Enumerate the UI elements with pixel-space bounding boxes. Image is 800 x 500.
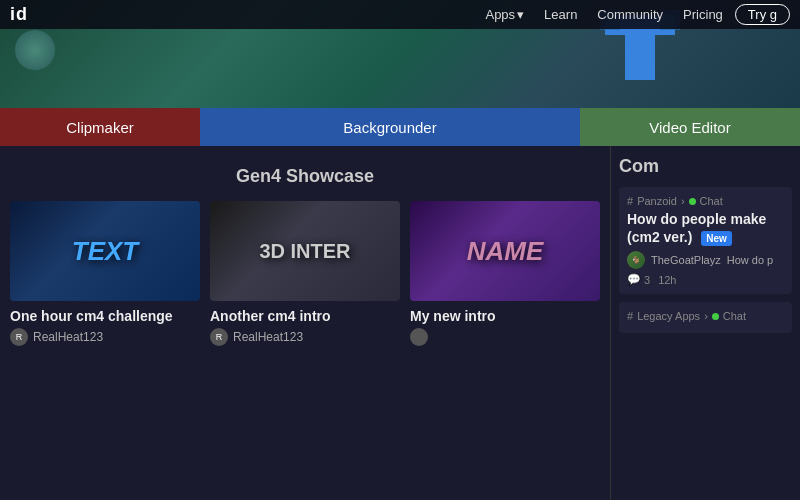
item-author-2: R RealHeat123 [210, 328, 400, 346]
item-title-3: My new intro [410, 308, 600, 324]
community-nav-item[interactable]: Community [589, 4, 671, 25]
tab-videoeditor[interactable]: Video Editor [580, 108, 800, 146]
apps-nav-item[interactable]: Apps ▾ [477, 4, 532, 25]
showcase-thumb-1: TEXT [10, 201, 200, 301]
online-dot-2 [712, 313, 719, 320]
showcase-item[interactable]: 3D INTER Another cm4 intro R RealHeat123 [210, 201, 400, 346]
comm-card-meta-1: 🐐 TheGoatPlayz How do p [627, 251, 784, 269]
showcase-title: Gen4 Showcase [10, 166, 600, 187]
hero-circle-decoration [15, 30, 55, 70]
author-avatar-2: R [210, 328, 228, 346]
author-avatar-3 [410, 328, 428, 346]
main-content: Gen4 Showcase TEXT One hour cm4 challeng… [0, 146, 800, 500]
showcase-item[interactable]: TEXT One hour cm4 challenge R RealHeat12… [10, 201, 200, 346]
nav: Apps ▾ Learn Community Pricing Try g [477, 4, 790, 25]
item-title-2: Another cm4 intro [210, 308, 400, 324]
try-button[interactable]: Try g [735, 4, 790, 25]
comm-card-title-1: How do people make (cm2 ver.) New [627, 210, 784, 246]
showcase-grid: TEXT One hour cm4 challenge R RealHeat12… [10, 201, 600, 346]
new-badge: New [701, 231, 732, 246]
community-card-2[interactable]: # Legacy Apps › Chat [619, 302, 792, 333]
logo: id [10, 4, 28, 25]
thumb-text-2: 3D INTER [210, 201, 400, 301]
showcase-item[interactable]: NAME My new intro [410, 201, 600, 346]
community-section: Com # Panzoid › Chat How do people make … [610, 146, 800, 500]
thumb-text-1: TEXT [10, 201, 200, 301]
tab-backgrounder[interactable]: Backgrounder [200, 108, 580, 146]
learn-nav-item[interactable]: Learn [536, 4, 585, 25]
thumb-text-3: NAME [410, 201, 600, 301]
comm-tag-1: # Panzoid › Chat [627, 195, 784, 207]
comment-count: 💬 3 [627, 273, 650, 286]
showcase-section: Gen4 Showcase TEXT One hour cm4 challeng… [0, 146, 610, 500]
hash-icon: # [627, 195, 633, 207]
online-dot [689, 198, 696, 205]
tab-clipmaker[interactable]: Clipmaker [0, 108, 200, 146]
community-title: Com [619, 156, 792, 177]
comm-tag-2: # Legacy Apps › Chat [627, 310, 784, 322]
header: id Apps ▾ Learn Community Pricing Try g [0, 0, 800, 29]
time-ago: 12h [658, 274, 676, 286]
item-author-3 [410, 328, 600, 346]
svg-rect-1 [625, 35, 655, 80]
pricing-nav-item[interactable]: Pricing [675, 4, 731, 25]
comm-avatar-1: 🐐 [627, 251, 645, 269]
hash-icon-2: # [627, 310, 633, 322]
author-avatar-1: R [10, 328, 28, 346]
comment-icon: 💬 [627, 273, 641, 286]
showcase-thumb-3: NAME [410, 201, 600, 301]
item-title-1: One hour cm4 challenge [10, 308, 200, 324]
comm-footer-1: 💬 3 12h [627, 273, 784, 286]
item-author-1: R RealHeat123 [10, 328, 200, 346]
community-card[interactable]: # Panzoid › Chat How do people make (cm2… [619, 187, 792, 294]
showcase-thumb-2: 3D INTER [210, 201, 400, 301]
tabs-bar: Clipmaker Backgrounder Video Editor [0, 108, 800, 146]
